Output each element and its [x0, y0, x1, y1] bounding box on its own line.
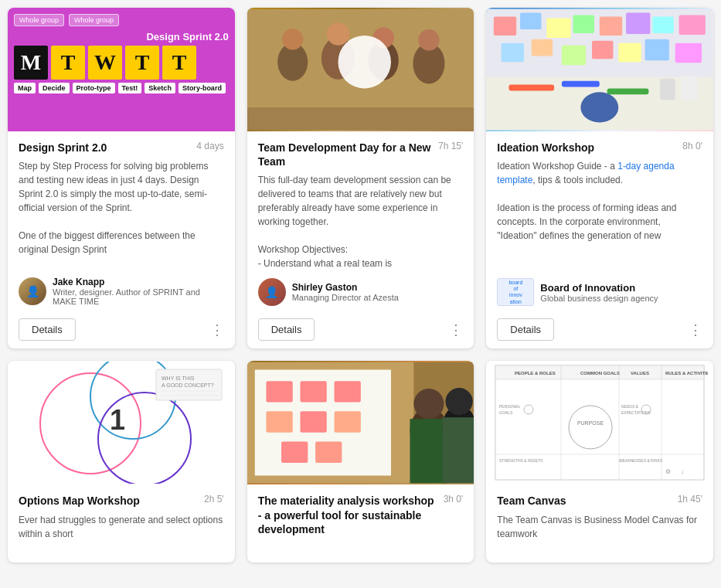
team-dev-svg: [247, 8, 474, 131]
svg-rect-60: [442, 418, 474, 484]
avatar-shirley: 👤: [258, 278, 286, 306]
org-author-board: boardofinnovation Board of Innovation Gl…: [497, 278, 702, 306]
svg-text:↓: ↓: [681, 468, 684, 475]
day-t2: T: [125, 46, 159, 80]
svg-rect-32: [682, 76, 699, 100]
card-design-sprint: Whole group Whole group Design Sprint 2.…: [8, 8, 235, 348]
svg-rect-53: [281, 442, 308, 463]
svg-text:VALUES: VALUES: [631, 371, 649, 376]
svg-point-59: [445, 388, 472, 415]
svg-rect-16: [600, 16, 622, 35]
badge-whole-group-2: Whole group: [69, 14, 119, 26]
svg-point-8: [418, 29, 439, 50]
svg-rect-28: [509, 85, 555, 91]
days-row: M T W T T: [14, 46, 229, 80]
materiality-photo: [247, 361, 474, 484]
day-t1: T: [51, 46, 85, 80]
card-footer-design-sprint: Details ⋮: [19, 314, 224, 341]
card-desc-team-dev: This full-day team development session c…: [258, 173, 464, 270]
card-title-design-sprint: Design Sprint 2.0: [19, 141, 190, 155]
card-materiality: The materiality analysis workshop - a po…: [247, 361, 474, 563]
card-image-ideation: [486, 8, 713, 131]
card-image-design-sprint: Whole group Whole group Design Sprint 2.…: [8, 8, 235, 131]
svg-point-9: [338, 36, 391, 89]
svg-text:1: 1: [110, 404, 125, 436]
card-desc-team-canvas: The Team Canvas is Business Model Canvas…: [497, 513, 702, 555]
svg-text:GOALS: GOALS: [499, 410, 513, 415]
svg-rect-26: [675, 43, 702, 63]
svg-text:WEAKNESSES & RISKS: WEAKNESSES & RISKS: [619, 458, 663, 463]
svg-point-2: [282, 29, 303, 49]
details-button-ideation[interactable]: Details: [497, 318, 554, 341]
author-info-shirley: Shirley Gaston Managing Director at Azes…: [292, 282, 399, 302]
card-team-development: Team Development Day for a New Team 7h 1…: [247, 8, 474, 348]
card-footer-ideation: Details ⋮: [497, 314, 702, 341]
svg-rect-31: [660, 79, 675, 100]
org-role-board: Global business design agency: [540, 294, 658, 303]
svg-rect-18: [653, 16, 674, 33]
card-body-team-development: Team Development Day for a New Team 7h 1…: [247, 131, 474, 348]
more-icon-team-dev[interactable]: ⋮: [449, 321, 463, 338]
label-sketch: Sketch: [145, 83, 175, 93]
svg-rect-51: [300, 412, 326, 433]
card-duration-team-canvas: 1h 45': [678, 494, 702, 505]
svg-rect-10: [247, 107, 474, 130]
card-image-team-development: [247, 8, 474, 131]
svg-rect-29: [562, 81, 600, 87]
card-header-design-sprint: Design Sprint 2.0 4 days: [19, 141, 224, 155]
ideation-svg: [486, 8, 713, 131]
svg-rect-24: [619, 43, 641, 62]
more-icon-design-sprint[interactable]: ⋮: [210, 321, 224, 338]
author-role-shirley: Managing Director at Azesta: [292, 293, 399, 302]
options-map-visual: 1 WHY IS THIS A GOOD CONCEPT?: [8, 361, 235, 484]
ideation-photo: [486, 8, 713, 131]
card-title-ideation: Ideation Workshop: [497, 141, 676, 155]
badge-whole-group-1: Whole group: [14, 14, 64, 26]
card-title-team-dev: Team Development Day for a New Team: [258, 141, 432, 168]
svg-text:RULES & ACTIVITIES: RULES & ACTIVITIES: [665, 371, 708, 376]
details-button-team-dev[interactable]: Details: [258, 318, 315, 341]
card-duration-design-sprint: 4 days: [196, 141, 223, 151]
svg-rect-19: [679, 15, 706, 35]
card-desc-materiality: [258, 541, 464, 555]
card-author-shirley: 👤 Shirley Gaston Managing Director at Az…: [258, 278, 464, 306]
svg-text:PERSONAL: PERSONAL: [499, 404, 520, 409]
card-body-materiality: The materiality analysis workshop - a po…: [247, 484, 474, 563]
svg-text:A GOOD CONCEPT?: A GOOD CONCEPT?: [162, 382, 214, 388]
card-title-materiality: The materiality analysis workshop - a po…: [258, 494, 437, 536]
card-duration-ideation: 8h 0': [682, 141, 702, 151]
svg-rect-52: [334, 412, 360, 433]
more-icon-ideation[interactable]: ⋮: [689, 321, 702, 338]
svg-text:STRENGTHS & ASSETS: STRENGTHS & ASSETS: [499, 458, 543, 463]
svg-rect-21: [532, 39, 553, 56]
label-test: Test!: [118, 83, 142, 93]
card-desc-design-sprint: Step by Step Process for solving big pro…: [19, 159, 224, 269]
materiality-svg: [247, 361, 474, 484]
org-name-board: Board of Innovation: [540, 282, 658, 294]
details-button-design-sprint[interactable]: Details: [19, 318, 76, 341]
day-t3: T: [162, 46, 196, 80]
card-desc-options-map: Ever had struggles to generate and selec…: [19, 513, 224, 555]
card-team-canvas: PEOPLE & ROLES COMMON GOALS VALUES RULES…: [486, 361, 713, 563]
svg-text:⚙: ⚙: [665, 468, 671, 475]
svg-rect-30: [607, 88, 649, 94]
card-ideation: Ideation Workshop 8h 0' Ideation Worksho…: [486, 8, 713, 348]
card-grid: Whole group Whole group Design Sprint 2.…: [8, 8, 713, 563]
svg-rect-49: [334, 382, 360, 403]
svg-rect-47: [266, 382, 292, 403]
team-dev-photo: [247, 8, 474, 131]
label-prototype: Proto-type: [73, 83, 115, 93]
svg-text:PURPOSE: PURPOSE: [577, 420, 604, 426]
author-info-jake: Jake Knapp Writer, designer. Author of S…: [53, 277, 224, 306]
svg-rect-17: [626, 13, 650, 34]
svg-point-56: [413, 389, 444, 419]
card-duration-materiality: 3h 0': [444, 494, 464, 505]
card-body-ideation: Ideation Workshop 8h 0' Ideation Worksho…: [486, 131, 713, 348]
svg-rect-23: [592, 41, 613, 59]
day-w: W: [88, 46, 122, 80]
author-name-jake: Jake Knapp: [53, 277, 224, 287]
svg-rect-54: [315, 442, 342, 463]
svg-rect-14: [547, 18, 571, 37]
card-header-team-dev: Team Development Day for a New Team 7h 1…: [258, 141, 464, 168]
card-author-design-sprint: 👤 Jake Knapp Writer, designer. Author of…: [19, 277, 224, 306]
